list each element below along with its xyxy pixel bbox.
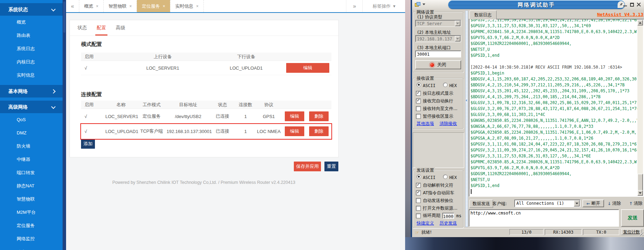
scrollbar-thumb[interactable]	[637, 174, 643, 191]
reset-button[interactable]: 重置	[324, 162, 338, 171]
combo-arrow-icon[interactable]	[455, 36, 460, 41]
edit-button[interactable]: 编辑	[286, 63, 329, 73]
sidebar-scrollbar[interactable]	[63, 0, 66, 250]
panel-splitter[interactable]: ‹	[465, 10, 468, 227]
other-options-link[interactable]: 其他选项	[417, 121, 434, 127]
log-output[interactable]: $GPGSV,3,2,11,09,39,274,33,16,29,045,24,…	[469, 19, 644, 197]
send-input[interactable]: http://www.cmsoft.cn	[469, 209, 619, 227]
protocol-select[interactable]: TCP Server	[415, 20, 461, 27]
titlebar[interactable]: 网络调试助手	[412, 0, 644, 10]
sidebar-item[interactable]: 防火墙	[0, 140, 63, 153]
checkbox-option[interactable]: 按日志模式显示	[416, 89, 462, 97]
close-tab-icon[interactable]: ×	[163, 4, 165, 9]
delete-button[interactable]: 删除	[309, 126, 329, 136]
version-link[interactable]: NetAssist V4.3.13	[597, 12, 643, 17]
checkbox-option[interactable]: 接收完自动换行	[416, 97, 462, 105]
page-tab[interactable]: 定位服务 ×	[137, 0, 170, 12]
sidebar-item[interactable]: 高级网络	[0, 101, 63, 113]
page-tab[interactable]: 概览 ×	[79, 0, 103, 12]
cycle-period-input[interactable]: 1000	[442, 213, 454, 219]
add-button[interactable]: 添加	[81, 139, 95, 149]
tab-data-log[interactable]: 数据日志	[469, 10, 497, 19]
scroll-down-icon[interactable]	[637, 190, 643, 196]
checkbox-option[interactable]: 接收转向至文件...	[416, 105, 462, 112]
send-ascii-radio[interactable]: ASCII	[417, 174, 435, 180]
page-tab[interactable]: 智慧物联 ×	[103, 0, 137, 12]
clear-receive-button[interactable]: ↓ 清除	[607, 201, 621, 206]
checkbox[interactable]	[416, 91, 421, 96]
close-tab-icon[interactable]: ×	[129, 4, 132, 9]
tab-advanced[interactable]: 高级	[116, 20, 125, 36]
scrollbar-thumb[interactable]	[63, 1, 65, 33]
disconnect-button[interactable]: ← 断开	[582, 200, 604, 207]
clear-receive-link[interactable]: 清除接收	[440, 121, 457, 127]
send-button[interactable]: 发送	[621, 209, 644, 227]
recv-ascii-radio[interactable]: ASCII	[417, 83, 435, 88]
tab-data-send[interactable]: 数据发送	[469, 200, 493, 208]
close-icon[interactable]	[637, 2, 641, 7]
collapse-panel-icon[interactable]: ‹	[466, 98, 467, 103]
tab-config[interactable]: 配置	[97, 20, 106, 36]
checkbox[interactable]	[416, 114, 421, 119]
checkbox-option[interactable]: 自动发送校验位	[416, 197, 462, 204]
recv-hex-radio[interactable]: HEX	[443, 83, 457, 88]
scroll-up-icon[interactable]	[637, 20, 643, 25]
sidebar-item[interactable]: 实时信息	[0, 69, 63, 82]
app-icon[interactable]	[415, 2, 420, 7]
checkbox[interactable]	[416, 183, 421, 188]
sidebar-item[interactable]: 动态DNS	[0, 245, 63, 250]
sidebar-item[interactable]: 中继器	[0, 153, 63, 166]
page-tab[interactable]: 实时信息 ×	[170, 0, 204, 12]
sidebar-item[interactable]: 路由表	[0, 29, 63, 42]
sidebar-item[interactable]: M2M平台	[0, 206, 63, 219]
quick-define-link[interactable]: 快捷定义	[417, 220, 434, 226]
sidebar-item[interactable]: 定位服务	[0, 219, 63, 232]
sidebar-item[interactable]: 系统状态	[0, 3, 63, 16]
tabs-scroll-right-icon[interactable]: »	[346, 0, 362, 12]
tabs-scroll-left-icon[interactable]: «	[66, 0, 79, 12]
tab-status[interactable]: 状态	[78, 20, 87, 36]
checkbox[interactable]	[416, 106, 421, 111]
sidebar-item[interactable]: 概览	[0, 16, 63, 29]
sidebar-item[interactable]: 静态NAT	[0, 179, 63, 193]
reset-count-button[interactable]: 复位计数	[621, 229, 642, 235]
send-hex-radio[interactable]: HEX	[443, 174, 457, 180]
checkbox-option[interactable]: AT指令自动回车	[416, 189, 462, 197]
combo-arrow-icon[interactable]	[574, 200, 580, 206]
app-menu-caret-icon[interactable]	[422, 3, 425, 5]
checkbox[interactable]	[416, 198, 421, 203]
tab-actions-dropdown[interactable]: 标签操作 ▾	[362, 0, 405, 12]
checkbox[interactable]	[416, 99, 421, 103]
checkbox[interactable]	[416, 206, 421, 211]
close-tab-icon[interactable]: ×	[196, 4, 199, 9]
checkbox-option[interactable]: 自动解析转义符	[416, 181, 462, 189]
sidebar-item[interactable]: 网络监控	[0, 232, 63, 245]
checkbox-option[interactable]: 打开文件数据源...	[416, 204, 462, 212]
port-input[interactable]: 30001	[415, 50, 461, 57]
client-select[interactable]: All Connections (1)	[514, 200, 580, 207]
sidebar-item[interactable]: DMZ	[0, 126, 63, 140]
log-scrollbar[interactable]	[637, 20, 643, 196]
sidebar-item[interactable]: 端口转发	[0, 166, 63, 179]
close-server-button[interactable]: 关闭	[415, 60, 461, 69]
delete-button[interactable]: 删除	[309, 111, 329, 121]
sidebar-item[interactable]: QoS	[0, 113, 63, 126]
cycle-period-option[interactable]: 循环周期 1000 ms	[416, 213, 461, 219]
edit-button[interactable]: 编辑	[285, 126, 304, 136]
history-send-link[interactable]: 历史发送	[440, 220, 457, 226]
sidebar-item[interactable]: 系统日志	[0, 42, 63, 55]
minimize-icon[interactable]	[623, 2, 627, 7]
save-apply-button[interactable]: 保存并应用	[294, 162, 321, 171]
maximize-icon[interactable]	[630, 2, 634, 7]
checkbox-option[interactable]: 暂停接收区显示	[416, 112, 462, 120]
close-tab-icon[interactable]: ×	[96, 4, 98, 9]
host-select[interactable]: 192.168.10.137	[415, 35, 461, 42]
edit-button[interactable]: 编辑	[285, 111, 304, 121]
clear-send-button[interactable]: ↑ 清除	[629, 201, 642, 206]
sidebar-item[interactable]: 智慧物联	[0, 193, 63, 206]
combo-arrow-icon[interactable]	[455, 21, 460, 26]
checkbox[interactable]	[416, 213, 421, 218]
checkbox[interactable]	[416, 190, 421, 195]
sidebar-item[interactable]: 内核日志	[0, 55, 63, 69]
sidebar-item[interactable]: 基本网络	[0, 85, 63, 97]
